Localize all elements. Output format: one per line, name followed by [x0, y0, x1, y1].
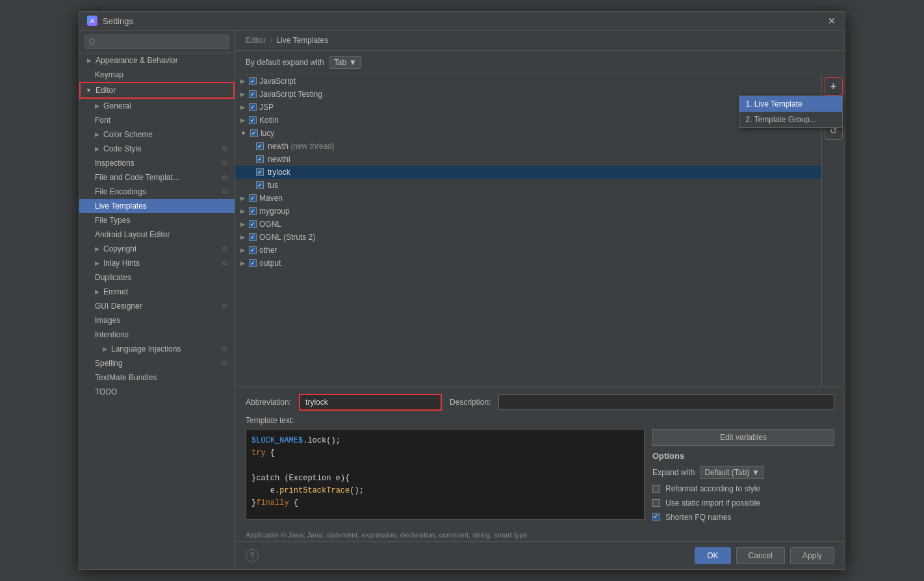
description-input[interactable]: [498, 394, 834, 410]
template-item-tus[interactable]: ✓ tus: [235, 179, 821, 192]
sidebar-label: File Types: [95, 216, 130, 225]
group-checkbox[interactable]: ✓: [249, 77, 257, 85]
edit-variables-button[interactable]: Edit variables: [652, 429, 834, 446]
expand-with-row: Expand with Default (Tab) ▼: [652, 466, 834, 479]
group-checkbox[interactable]: ✓: [249, 116, 257, 124]
sidebar-item-textmate[interactable]: TextMate Bundles: [79, 370, 235, 385]
group-row-other[interactable]: ▶ ✓ other: [235, 244, 821, 257]
group-checkbox[interactable]: ✓: [249, 103, 257, 111]
sidebar-item-code-style[interactable]: ▶ Code Style ⧉: [79, 142, 235, 156]
template-item-newth[interactable]: ✓ newth (new thread): [235, 140, 821, 153]
code-editor[interactable]: $LOCK_NAME$.lock(); try { }catch (Except…: [246, 429, 645, 520]
expand-arrow-icon: ▶: [103, 346, 107, 352]
apply-button[interactable]: Apply: [790, 547, 834, 564]
shorten-fq-checkbox[interactable]: [652, 513, 660, 521]
options-label: Options: [652, 451, 834, 461]
item-checkbox[interactable]: ✓: [256, 181, 264, 189]
group-label: output: [259, 259, 281, 268]
help-button[interactable]: ?: [246, 549, 259, 562]
group-row-javascript[interactable]: ▶ ✓ JavaScript: [235, 75, 821, 88]
add-button[interactable]: +: [825, 77, 843, 96]
group-row-ognl[interactable]: ▶ ✓ OGNL: [235, 218, 821, 231]
group-row-jsp[interactable]: ▶ ✓ JSP: [235, 101, 821, 114]
group-row-output[interactable]: ▶ ✓ output: [235, 257, 821, 270]
expand-with-dropdown[interactable]: Default (Tab) ▼: [700, 466, 764, 479]
group-row-ognl-struts2[interactable]: ▶ ✓ OGNL (Struts 2): [235, 231, 821, 244]
group-label: Maven: [259, 194, 283, 203]
copy-icon: ⧉: [222, 188, 227, 196]
group-checkbox[interactable]: ✓: [249, 194, 257, 202]
group-checkbox[interactable]: ✓: [249, 207, 257, 215]
sidebar-label: Appearance & Behavior: [96, 56, 178, 65]
expand-bar: By default expand with Tab ▼: [235, 51, 845, 75]
sidebar-item-file-code-templates[interactable]: File and Code Templat... ⧉: [79, 170, 235, 185]
group-row-lucy[interactable]: ▼ ✓ lucy: [235, 127, 821, 140]
expand-arrow-icon: ▶: [240, 104, 245, 110]
group-row-mygroup[interactable]: ▶ ✓ mygroup: [235, 205, 821, 218]
expand-arrow-icon: ▼: [240, 130, 246, 136]
breadcrumb-separator: ›: [270, 36, 272, 45]
template-item-newthi[interactable]: ✓ newthi: [235, 153, 821, 166]
search-input[interactable]: [84, 34, 229, 49]
sidebar-item-duplicates[interactable]: Duplicates: [79, 270, 235, 285]
code-line: }finally {: [251, 497, 639, 510]
template-item-trylock[interactable]: ✓ trylock: [235, 166, 821, 179]
group-checkbox[interactable]: ✓: [249, 259, 257, 267]
menu-item-live-template[interactable]: 1. Live Template: [739, 96, 842, 112]
group-checkbox[interactable]: ✓: [249, 233, 257, 241]
sidebar-item-android-layout-editor[interactable]: Android Layout Editor: [79, 227, 235, 242]
sidebar-item-inspections[interactable]: Inspections ⧉: [79, 156, 235, 170]
copy-icon: ⧉: [222, 345, 227, 353]
close-button[interactable]: ✕: [827, 16, 837, 26]
copy-icon: ⧉: [222, 259, 227, 267]
sidebar-label: Duplicates: [95, 273, 131, 282]
item-checkbox[interactable]: ✓: [256, 142, 264, 150]
group-row-javascript-testing[interactable]: ▶ ✓ JavaScript Testing: [235, 88, 821, 101]
sidebar-label: File Encodings: [95, 187, 146, 196]
group-checkbox[interactable]: ✓: [249, 246, 257, 254]
sidebar-item-editor[interactable]: ▼ Editor: [79, 82, 235, 99]
group-row-kotlin[interactable]: ▶ ✓ Kotlin: [235, 114, 821, 127]
expand-arrow-icon: ▶: [87, 57, 92, 64]
sidebar-item-todo[interactable]: TODO: [79, 385, 235, 399]
right-toolbar: + 1. Live Template 2. Template Group... …: [821, 75, 845, 387]
expand-dropdown[interactable]: Tab ▼: [329, 56, 361, 69]
abbreviation-label: Abbreviation:: [246, 398, 291, 407]
sidebar-item-keymap[interactable]: Keymap: [79, 68, 235, 82]
abbreviation-input[interactable]: [299, 394, 442, 411]
sidebar-item-file-types[interactable]: File Types: [79, 213, 235, 227]
dialog-body: ▶ Appearance & Behavior Keymap ▼ Editor …: [79, 31, 845, 569]
sidebar-item-copyright[interactable]: ▶ Copyright ⧉: [79, 242, 235, 256]
reformat-checkbox[interactable]: [652, 485, 660, 493]
template-text-label: Template text:: [246, 416, 834, 425]
sidebar-item-gui-designer[interactable]: GUI Designer ⧉: [79, 299, 235, 313]
sidebar-item-emmet[interactable]: ▶ Emmet: [79, 285, 235, 299]
sidebar-item-inlay-hints[interactable]: ▶ Inlay Hints ⧉: [79, 256, 235, 270]
sidebar-label: Code Style: [103, 144, 142, 153]
group-checkbox[interactable]: ✓: [249, 90, 257, 98]
settings-dialog: A Settings ✕ ▶ Appearance & Behavior Key…: [79, 11, 845, 570]
group-checkbox[interactable]: ✓: [249, 220, 257, 228]
group-checkbox[interactable]: ✓: [250, 129, 258, 137]
sidebar-item-live-templates[interactable]: Live Templates: [79, 199, 235, 213]
sidebar-item-intentions[interactable]: Intentions: [79, 328, 235, 342]
sidebar-item-images[interactable]: Images: [79, 313, 235, 328]
sidebar-item-color-scheme[interactable]: ▶ Color Scheme: [79, 127, 235, 142]
menu-item-template-group[interactable]: 2. Template Group...: [739, 112, 842, 127]
sidebar-item-language-injections[interactable]: ▶ Language Injections ⧉: [79, 342, 235, 356]
sidebar-item-spelling[interactable]: Spelling ⧉: [79, 356, 235, 370]
ok-button[interactable]: OK: [695, 547, 730, 564]
sidebar-label: General: [103, 101, 131, 110]
sidebar-item-appearance[interactable]: ▶ Appearance & Behavior: [79, 53, 235, 68]
sidebar-item-file-encodings[interactable]: File Encodings ⧉: [79, 185, 235, 199]
item-checkbox[interactable]: ✓: [256, 168, 264, 176]
static-import-checkbox[interactable]: [652, 499, 660, 507]
expand-arrow-icon: ▶: [95, 146, 99, 152]
sidebar-label: Emmet: [103, 287, 128, 296]
cancel-button[interactable]: Cancel: [736, 547, 785, 564]
group-row-maven[interactable]: ▶ ✓ Maven: [235, 192, 821, 205]
sidebar-item-font[interactable]: Font: [79, 113, 235, 127]
copy-icon: ⧉: [222, 359, 227, 367]
sidebar-item-general[interactable]: ▶ General: [79, 99, 235, 113]
item-checkbox[interactable]: ✓: [256, 155, 264, 163]
